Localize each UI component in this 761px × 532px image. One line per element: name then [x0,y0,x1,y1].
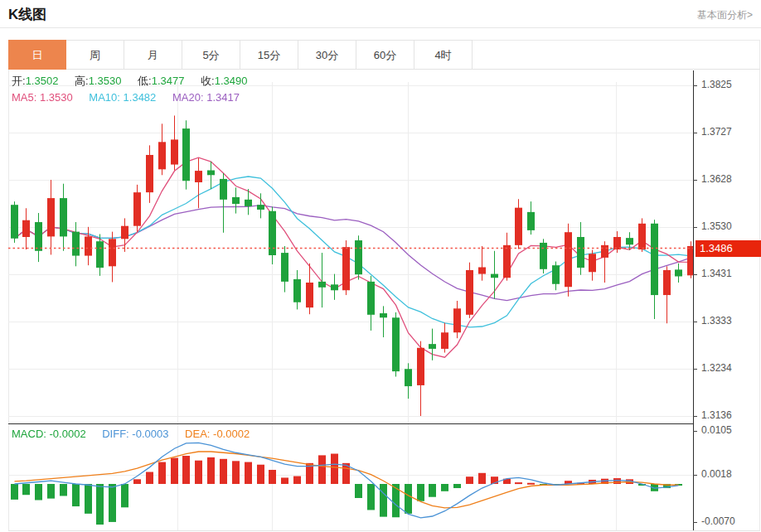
open-label: 开: [12,75,26,87]
y-axis-label: -0.0070 [701,515,735,527]
diff-label: DIFF: [102,428,129,440]
low-label: 低: [138,75,152,87]
close-label: 收: [201,75,215,87]
y-axis-label: 1.3136 [701,409,732,421]
close-value: 1.3490 [215,75,248,87]
tab-60min[interactable]: 60分 [356,40,414,70]
tab-week[interactable]: 周 [66,40,124,70]
ma20-label: MA20: [172,91,204,104]
tab-5min[interactable]: 5分 [182,40,240,70]
y-axis-label: 1.3727 [701,126,732,138]
candlestick-chart-canvas[interactable] [8,70,693,423]
y-axis-tick [693,227,697,228]
tab-day[interactable]: 日 [8,40,66,70]
y-axis-tick [693,274,697,275]
high-label: 高: [75,75,89,87]
open-value: 1.3502 [26,75,59,87]
y-axis-line [693,70,694,530]
y-axis-label: 1.3530 [701,220,732,232]
y-axis-label: 1.3628 [701,173,732,185]
ma10-value: 1.3482 [124,91,157,104]
y-axis-tick [693,416,697,417]
macd-chart-canvas[interactable] [8,424,693,530]
panel-divider [8,423,693,424]
macd-legend: MACD: -0.0002 DIFF: -0.0003 DEA: -0.0002 [12,428,263,440]
y-axis-tick [693,85,697,86]
y-axis-label: 0.0105 [701,424,732,436]
y-axis-tick [693,322,697,322]
ma20-value: 1.3417 [206,91,240,104]
low-value: 1.3477 [152,75,185,87]
tab-month[interactable]: 月 [124,40,182,70]
macd-value: -0.0002 [50,428,86,440]
y-axis-tick [693,180,697,181]
y-axis-tick [693,522,697,523]
macd-label: MACD: [12,428,46,440]
page-title: K线图 [8,5,46,24]
dea-label: DEA: [185,428,210,440]
high-value: 1.3530 [89,75,122,87]
y-axis-tick [693,431,697,432]
tab-4hour[interactable]: 4时 [414,40,473,70]
tabbar-bottom-border [473,69,760,70]
period-tabbar: 日 周 月 5分 15分 30分 60分 4时 [8,40,473,70]
ma10-label: MA10: [89,91,120,104]
ma-legend: MA5: 1.3530 MA10: 1.3482 MA20: 1.3417 [12,91,253,104]
tab-15min[interactable]: 15分 [240,40,298,70]
y-axis-label: 1.3234 [701,362,732,374]
dea-value: -0.0002 [213,428,250,440]
current-price-badge: 1.3486 [696,240,761,257]
y-axis-tick [693,475,697,476]
diff-value: -0.0003 [132,428,168,440]
ma5-value: 1.3530 [40,91,73,104]
title-separator [0,27,761,28]
y-axis-label: 1.3825 [701,79,732,90]
y-axis-label: 1.3431 [701,268,732,279]
y-axis-label: 0.0018 [701,468,732,480]
kline-widget: K线图 基本面分析> 日 周 月 5分 15分 30分 60分 4时 开:1.3… [0,0,761,532]
bottom-border [8,530,760,531]
fundamental-analysis-link[interactable]: 基本面分析> [697,8,753,22]
tab-30min[interactable]: 30分 [298,40,356,70]
y-axis-tick [693,133,697,133]
ohlc-legend: 开:1.3502 高:1.3530 低:1.3477 收:1.3490 [12,74,260,89]
ma5-label: MA5: [12,91,36,104]
y-axis-tick [693,369,697,370]
y-axis-label: 1.3333 [701,315,732,326]
